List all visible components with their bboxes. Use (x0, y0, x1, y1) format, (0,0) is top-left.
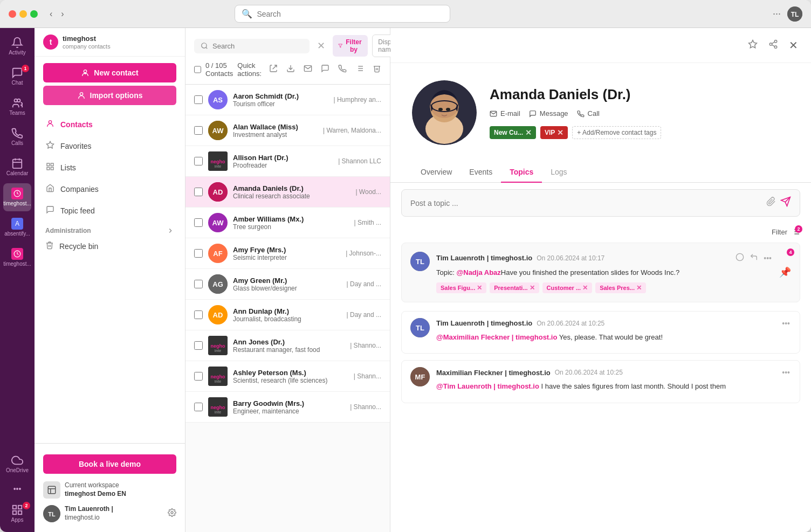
contact-row[interactable]: AW Alan Wallace (Miss) Investment analys… (185, 115, 390, 146)
msg-more-button[interactable]: ••• (762, 253, 773, 264)
nav-item-topic-feed[interactable]: Topic feed (35, 200, 185, 222)
maximize-traffic-light[interactable] (30, 10, 38, 18)
toolbar-call-button[interactable] (335, 62, 350, 77)
topic-input[interactable] (410, 199, 762, 208)
nav-item-recycle-bin[interactable]: Recycle bin (35, 237, 185, 255)
contact-row[interactable]: neghointe Allison Hart (Dr.) Proofreader… (185, 146, 390, 177)
contact-checkbox[interactable] (194, 341, 203, 350)
contact-row[interactable]: AD Ann Dunlap (Mr.) Journalist, broadcas… (185, 300, 390, 330)
toolbar-message-button[interactable] (318, 62, 333, 77)
contact-job: Clinical research associate (233, 192, 333, 200)
sidebar-item-activity[interactable]: Activity (3, 32, 31, 60)
nav-item-lists[interactable]: Lists (35, 157, 185, 178)
contact-checkbox[interactable] (194, 126, 203, 135)
toolbar-email-button[interactable] (300, 62, 315, 77)
book-demo-button[interactable]: Book a live demo (43, 454, 176, 474)
msg2-more-button[interactable]: ••• (781, 318, 791, 329)
tab-topics[interactable]: Topics (501, 162, 542, 183)
user-avatar-titlebar[interactable]: TL (787, 6, 802, 22)
contact-row[interactable]: neghointe Ann Jones (Dr.) Restaurant man… (185, 330, 390, 361)
contact-row[interactable]: neghointe Ashley Peterson (Ms.) Scientis… (185, 361, 390, 392)
msg3-more-button[interactable]: ••• (781, 367, 791, 378)
star-button[interactable] (746, 37, 760, 54)
contact-checkbox[interactable] (194, 249, 203, 258)
topic-input-area[interactable] (401, 189, 800, 217)
close-detail-button[interactable]: ✕ (787, 37, 800, 54)
contact-checkbox[interactable] (194, 188, 203, 196)
tab-events[interactable]: Events (461, 162, 501, 183)
sidebar-item-teams[interactable]: Teams (3, 93, 31, 121)
more-options-icon[interactable]: ··· (773, 8, 781, 19)
sidebar-item-calls[interactable]: Calls (3, 123, 31, 151)
tag-vip-remove[interactable]: ✕ (557, 128, 563, 137)
contact-row[interactable]: neghointe Barry Goodwin (Mrs.) Engineer,… (185, 392, 390, 423)
contact-search[interactable] (194, 39, 310, 53)
msg-tag[interactable]: Sales Figu... ✕ (436, 282, 486, 293)
contact-checkbox[interactable] (194, 95, 203, 104)
contact-checkbox[interactable] (194, 218, 203, 227)
contact-row[interactable]: AG Amy Green (Mr.) Glass blower/designer… (185, 269, 390, 300)
sidebar-item-calendar[interactable]: Calendar (3, 153, 31, 181)
titlebar-search[interactable]: 🔍 (235, 5, 450, 23)
forward-button[interactable]: › (58, 7, 67, 21)
toolbar-merge-button[interactable] (266, 62, 281, 77)
msg-reply-button[interactable] (748, 252, 759, 264)
sidebar-item-more[interactable]: ••• (3, 480, 31, 498)
message-action[interactable]: Message (529, 109, 568, 118)
share-button[interactable] (766, 37, 780, 54)
contact-row[interactable]: AF Amy Frye (Mrs.) Seismic interpreter |… (185, 238, 390, 269)
toolbar-delete-button[interactable] (369, 62, 384, 77)
contact-checkbox[interactable] (194, 157, 203, 165)
add-tag-button[interactable]: + Add/Remove contact tags (572, 126, 661, 139)
msg-tag-remove[interactable]: ✕ (530, 284, 535, 292)
contact-checkbox[interactable] (194, 403, 203, 411)
contact-checkbox[interactable] (194, 280, 203, 288)
msg-tag[interactable]: Customer ... ✕ (542, 282, 593, 293)
clear-search-button[interactable]: ✕ (314, 38, 328, 54)
msg-tag[interactable]: Presentati... ✕ (490, 282, 539, 293)
msg-tag-remove[interactable]: ✕ (477, 284, 482, 292)
contact-checkbox[interactable] (194, 372, 203, 381)
back-button[interactable]: ‹ (46, 7, 56, 21)
contact-row[interactable]: AW Amber Williams (Mx.) Tree surgeon | S… (185, 208, 390, 238)
toolbar-list-button[interactable] (352, 62, 367, 77)
nav-item-contacts[interactable]: Contacts (35, 114, 185, 135)
import-button[interactable]: Import options (43, 86, 176, 105)
call-action[interactable]: Call (577, 109, 600, 118)
svg-rect-20 (47, 163, 50, 166)
chevron-right-icon[interactable] (167, 227, 174, 234)
tag-newcu-remove[interactable]: ✕ (525, 128, 532, 137)
minimize-traffic-light[interactable] (19, 10, 27, 18)
msg-tag-remove[interactable]: ✕ (582, 284, 588, 292)
tab-logs[interactable]: Logs (542, 162, 575, 183)
attachment-button[interactable] (766, 197, 776, 209)
nav-item-favorites[interactable]: Favorites (35, 135, 185, 157)
pin-button[interactable]: 📌 4 (779, 252, 791, 293)
tab-overview[interactable]: Overview (412, 162, 461, 183)
close-traffic-light[interactable] (9, 10, 16, 18)
sidebar-item-timeghost2[interactable]: timeghost... (3, 244, 31, 272)
user-settings-icon[interactable] (168, 508, 176, 519)
contact-row[interactable]: AD Amanda Daniels (Dr.) Clinical researc… (185, 177, 390, 208)
msg-circle-button[interactable] (734, 252, 745, 264)
msg-tag[interactable]: Sales Pres... ✕ (595, 282, 646, 293)
sidebar-item-onedrive[interactable]: OneDrive (3, 450, 31, 478)
sidebar-item-timeghost[interactable]: timeghost... (3, 183, 31, 211)
tag-vip[interactable]: VIP ✕ (540, 126, 568, 139)
contact-row[interactable]: AS Aaron Schmidt (Dr.) Tourism officer |… (185, 85, 390, 115)
contact-checkbox[interactable] (194, 310, 203, 319)
email-action[interactable]: E-mail (490, 109, 520, 118)
sidebar-item-chat[interactable]: 1 Chat (3, 63, 31, 91)
sidebar-item-absentify[interactable]: A absentify... (3, 213, 31, 241)
filter-by-button[interactable]: Filter by (333, 35, 368, 57)
select-all-checkbox[interactable] (194, 65, 201, 74)
toolbar-export-button[interactable] (283, 62, 298, 77)
send-button[interactable] (780, 196, 791, 210)
titlebar-search-input[interactable] (257, 10, 443, 18)
new-contact-button[interactable]: New contact (43, 63, 176, 82)
sidebar-item-apps[interactable]: 2 Apps (3, 500, 31, 528)
nav-item-companies[interactable]: Companies (35, 178, 185, 200)
msg-tag-remove[interactable]: ✕ (636, 284, 642, 292)
tag-newcu[interactable]: New Cu... ✕ (490, 126, 536, 139)
contact-search-input[interactable] (212, 42, 303, 50)
